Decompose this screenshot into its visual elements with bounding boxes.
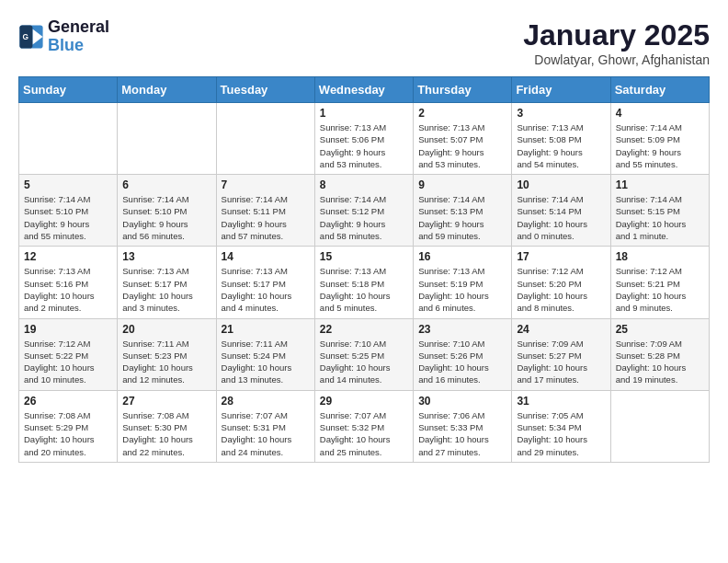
day-detail: Sunrise: 7:08 AM Sunset: 5:30 PM Dayligh… <box>122 409 210 458</box>
day-detail: Sunrise: 7:05 AM Sunset: 5:34 PM Dayligh… <box>517 409 605 458</box>
day-number: 7 <box>222 178 310 191</box>
calendar-cell: 2Sunrise: 7:13 AM Sunset: 5:07 PM Daylig… <box>414 103 512 175</box>
day-number: 28 <box>222 395 310 408</box>
day-detail: Sunrise: 7:14 AM Sunset: 5:11 PM Dayligh… <box>222 193 310 242</box>
calendar-table: SundayMondayTuesdayWednesdayThursdayFrid… <box>18 76 710 463</box>
day-detail: Sunrise: 7:13 AM Sunset: 5:08 PM Dayligh… <box>517 121 605 170</box>
logo-icon: G <box>18 24 44 50</box>
logo: G General Blue <box>18 18 109 55</box>
week-row-4: 19Sunrise: 7:12 AM Sunset: 5:22 PM Dayli… <box>19 318 710 390</box>
calendar-cell: 28Sunrise: 7:07 AM Sunset: 5:31 PM Dayli… <box>216 390 314 462</box>
day-detail: Sunrise: 7:12 AM Sunset: 5:21 PM Dayligh… <box>616 265 704 314</box>
calendar-cell: 21Sunrise: 7:11 AM Sunset: 5:24 PM Dayli… <box>216 318 314 390</box>
day-detail: Sunrise: 7:14 AM Sunset: 5:15 PM Dayligh… <box>616 193 704 242</box>
day-number: 24 <box>517 323 605 336</box>
weekday-header-row: SundayMondayTuesdayWednesdayThursdayFrid… <box>19 77 710 103</box>
day-number: 29 <box>320 395 408 408</box>
day-detail: Sunrise: 7:14 AM Sunset: 5:14 PM Dayligh… <box>517 193 605 242</box>
logo-line2: Blue <box>48 36 84 54</box>
calendar-cell <box>610 390 709 462</box>
calendar-cell: 9Sunrise: 7:14 AM Sunset: 5:13 PM Daylig… <box>414 175 512 247</box>
day-detail: Sunrise: 7:10 AM Sunset: 5:25 PM Dayligh… <box>320 338 408 386</box>
week-row-1: 1Sunrise: 7:13 AM Sunset: 5:06 PM Daylig… <box>19 103 710 175</box>
logo-line1: General <box>48 18 109 37</box>
calendar-cell <box>19 103 118 175</box>
calendar-cell: 4Sunrise: 7:14 AM Sunset: 5:09 PM Daylig… <box>610 103 709 175</box>
calendar-cell: 14Sunrise: 7:13 AM Sunset: 5:17 PM Dayli… <box>216 247 314 318</box>
calendar-cell: 24Sunrise: 7:09 AM Sunset: 5:27 PM Dayli… <box>512 318 610 390</box>
day-detail: Sunrise: 7:11 AM Sunset: 5:24 PM Dayligh… <box>222 338 310 386</box>
day-detail: Sunrise: 7:13 AM Sunset: 5:06 PM Dayligh… <box>320 121 408 170</box>
calendar-cell: 23Sunrise: 7:10 AM Sunset: 5:26 PM Dayli… <box>414 318 512 390</box>
day-detail: Sunrise: 7:13 AM Sunset: 5:17 PM Dayligh… <box>222 265 310 314</box>
calendar-cell <box>216 103 314 175</box>
day-number: 14 <box>222 250 310 263</box>
calendar-cell: 22Sunrise: 7:10 AM Sunset: 5:25 PM Dayli… <box>314 318 413 390</box>
day-number: 6 <box>122 178 210 191</box>
day-detail: Sunrise: 7:14 AM Sunset: 5:09 PM Dayligh… <box>616 121 704 170</box>
day-detail: Sunrise: 7:12 AM Sunset: 5:22 PM Dayligh… <box>24 338 112 386</box>
day-detail: Sunrise: 7:12 AM Sunset: 5:20 PM Dayligh… <box>517 265 605 314</box>
weekday-header-sunday: Sunday <box>19 77 118 103</box>
svg-text:G: G <box>22 32 28 41</box>
day-detail: Sunrise: 7:14 AM Sunset: 5:13 PM Dayligh… <box>418 193 506 242</box>
calendar-cell: 30Sunrise: 7:06 AM Sunset: 5:33 PM Dayli… <box>414 390 512 462</box>
day-number: 26 <box>24 395 112 408</box>
calendar-cell: 20Sunrise: 7:11 AM Sunset: 5:23 PM Dayli… <box>118 318 216 390</box>
day-number: 13 <box>122 250 210 263</box>
day-number: 1 <box>320 107 408 120</box>
day-detail: Sunrise: 7:13 AM Sunset: 5:19 PM Dayligh… <box>418 265 506 314</box>
calendar-cell: 16Sunrise: 7:13 AM Sunset: 5:19 PM Dayli… <box>414 247 512 318</box>
day-number: 10 <box>517 178 605 191</box>
calendar-cell: 31Sunrise: 7:05 AM Sunset: 5:34 PM Dayli… <box>512 390 610 462</box>
day-number: 31 <box>517 395 605 408</box>
calendar-cell: 8Sunrise: 7:14 AM Sunset: 5:12 PM Daylig… <box>314 175 413 247</box>
day-number: 30 <box>418 395 506 408</box>
calendar-cell: 13Sunrise: 7:13 AM Sunset: 5:17 PM Dayli… <box>118 247 216 318</box>
calendar-cell: 12Sunrise: 7:13 AM Sunset: 5:16 PM Dayli… <box>19 247 118 318</box>
calendar-cell: 17Sunrise: 7:12 AM Sunset: 5:20 PM Dayli… <box>512 247 610 318</box>
day-detail: Sunrise: 7:14 AM Sunset: 5:12 PM Dayligh… <box>320 193 408 242</box>
day-number: 18 <box>616 250 704 263</box>
week-row-2: 5Sunrise: 7:14 AM Sunset: 5:10 PM Daylig… <box>19 175 710 247</box>
day-detail: Sunrise: 7:14 AM Sunset: 5:10 PM Dayligh… <box>122 193 210 242</box>
calendar-cell: 15Sunrise: 7:13 AM Sunset: 5:18 PM Dayli… <box>314 247 413 318</box>
calendar-cell: 27Sunrise: 7:08 AM Sunset: 5:30 PM Dayli… <box>118 390 216 462</box>
weekday-header-saturday: Saturday <box>610 77 709 103</box>
day-number: 9 <box>418 178 506 191</box>
weekday-header-thursday: Thursday <box>414 77 512 103</box>
day-detail: Sunrise: 7:13 AM Sunset: 5:17 PM Dayligh… <box>122 265 210 314</box>
calendar-cell: 10Sunrise: 7:14 AM Sunset: 5:14 PM Dayli… <box>512 175 610 247</box>
weekday-header-monday: Monday <box>118 77 216 103</box>
day-number: 19 <box>24 323 112 336</box>
calendar-cell: 25Sunrise: 7:09 AM Sunset: 5:28 PM Dayli… <box>610 318 709 390</box>
day-number: 4 <box>616 107 704 120</box>
day-number: 5 <box>24 178 112 191</box>
day-detail: Sunrise: 7:13 AM Sunset: 5:07 PM Dayligh… <box>418 121 506 170</box>
day-detail: Sunrise: 7:10 AM Sunset: 5:26 PM Dayligh… <box>418 338 506 386</box>
calendar-subtitle: Dowlatyar, Ghowr, Afghanistan <box>523 52 710 67</box>
day-number: 12 <box>24 250 112 263</box>
calendar-cell: 26Sunrise: 7:08 AM Sunset: 5:29 PM Dayli… <box>19 390 118 462</box>
day-number: 25 <box>616 323 704 336</box>
day-number: 3 <box>517 107 605 120</box>
day-number: 27 <box>122 395 210 408</box>
day-number: 20 <box>122 323 210 336</box>
calendar-cell: 7Sunrise: 7:14 AM Sunset: 5:11 PM Daylig… <box>216 175 314 247</box>
week-row-5: 26Sunrise: 7:08 AM Sunset: 5:29 PM Dayli… <box>19 390 710 462</box>
weekday-header-tuesday: Tuesday <box>216 77 314 103</box>
day-number: 2 <box>418 107 506 120</box>
day-detail: Sunrise: 7:14 AM Sunset: 5:10 PM Dayligh… <box>24 193 112 242</box>
day-number: 15 <box>320 250 408 263</box>
calendar-cell: 11Sunrise: 7:14 AM Sunset: 5:15 PM Dayli… <box>610 175 709 247</box>
day-number: 22 <box>320 323 408 336</box>
weekday-header-wednesday: Wednesday <box>314 77 413 103</box>
day-detail: Sunrise: 7:07 AM Sunset: 5:31 PM Dayligh… <box>222 409 310 458</box>
day-detail: Sunrise: 7:13 AM Sunset: 5:16 PM Dayligh… <box>24 265 112 314</box>
calendar-title: January 2025 <box>523 18 710 52</box>
logo-text: General Blue <box>48 18 109 55</box>
calendar-cell: 29Sunrise: 7:07 AM Sunset: 5:32 PM Dayli… <box>314 390 413 462</box>
calendar-cell: 6Sunrise: 7:14 AM Sunset: 5:10 PM Daylig… <box>118 175 216 247</box>
header: G General Blue January 2025 Dowlatyar, G… <box>18 18 710 67</box>
day-detail: Sunrise: 7:13 AM Sunset: 5:18 PM Dayligh… <box>320 265 408 314</box>
